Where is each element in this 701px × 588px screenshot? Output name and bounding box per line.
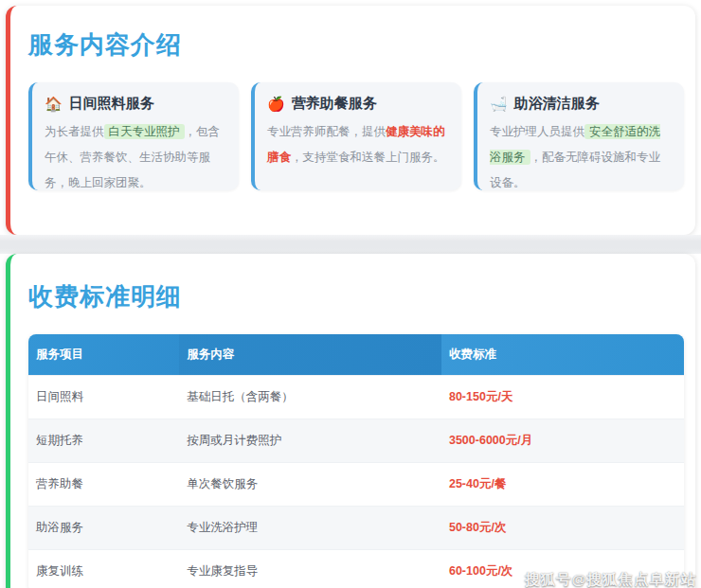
service-card-description: 专业营养师配餐，提供健康美味的膳食，支持堂食和送餐上门服务。: [267, 119, 449, 170]
page: 服务内容介绍 🏠 日间照料服务 为长者提供白天专业照护，包含午休、营养餐饮、生活…: [0, 6, 701, 588]
section-divider: [0, 235, 701, 254]
service-name-cell: 康复训练: [28, 550, 179, 588]
price-cell: 25-40元/餐: [441, 463, 684, 507]
service-card-meals: 🍎 营养助餐服务 专业营养师配餐，提供健康美味的膳食，支持堂食和送餐上门服务。: [251, 82, 461, 190]
text-after-highlight: ，支持堂食和送餐上门服务。: [291, 151, 445, 164]
text-before-highlight: 为长者提供: [45, 125, 104, 138]
service-name-cell: 助浴服务: [28, 507, 179, 550]
house-icon: 🏠: [45, 97, 63, 111]
service-content-cell: 基础日托（含两餐）: [179, 376, 441, 419]
service-card-title: 助浴清洁服务: [514, 95, 600, 113]
price-cell: 3500-6000元/月: [441, 419, 684, 463]
service-name-cell: 日间照料: [28, 376, 179, 419]
header-row: 服务项目 服务内容 收费标准: [28, 334, 684, 376]
apple-icon: 🍎: [267, 97, 285, 111]
table-row: 短期托养 按周或月计费照护 3500-6000元/月: [28, 419, 684, 463]
column-header-content: 服务内容: [179, 334, 441, 376]
pricing-table-body: 日间照料 基础日托（含两餐） 80-150元/天 短期托养 按周或月计费照护 3…: [28, 376, 684, 588]
service-card-header: 🛁 助浴清洁服务: [490, 95, 672, 113]
service-card-title: 营养助餐服务: [292, 95, 377, 113]
service-content-cell: 专业洗浴护理: [179, 507, 441, 550]
column-header-service: 服务项目: [28, 334, 179, 376]
highlighted-phrase: 白天专业照护: [104, 124, 185, 139]
table-row: 助浴服务 专业洗浴护理 50-80元/次: [28, 507, 684, 550]
service-name-cell: 短期托养: [28, 419, 179, 463]
pricing-section-title: 收费标准明细: [28, 280, 684, 313]
pricing-table-wrapper: 服务项目 服务内容 收费标准 日间照料 基础日托（含两餐） 80-150元/天 …: [28, 334, 684, 588]
bath-icon: 🛁: [490, 97, 508, 111]
service-card-description: 为长者提供白天专业照护，包含午休、营养餐饮、生活协助等服务，晚上回家团聚。: [45, 119, 226, 196]
service-content-cell: 单次餐饮服务: [179, 463, 441, 507]
service-card-header: 🏠 日间照料服务: [45, 95, 226, 113]
pricing-table-header: 服务项目 服务内容 收费标准: [28, 334, 684, 376]
services-section-title: 服务内容介绍: [28, 28, 684, 62]
table-row: 营养助餐 单次餐饮服务 25-40元/餐: [28, 463, 684, 507]
service-card-header: 🍎 营养助餐服务: [267, 95, 449, 113]
service-card-bathing: 🛁 助浴清洁服务 专业护理人员提供安全舒适的洗浴服务，配备无障碍设施和专业设备。: [474, 82, 684, 190]
service-name-cell: 营养助餐: [28, 463, 179, 507]
service-card-daycare: 🏠 日间照料服务 为长者提供白天专业照护，包含午休、营养餐饮、生活协助等服务，晚…: [28, 82, 239, 190]
pricing-table: 服务项目 服务内容 收费标准 日间照料 基础日托（含两餐） 80-150元/天 …: [28, 334, 684, 588]
service-cards-row: 🏠 日间照料服务 为长者提供白天专业照护，包含午休、营养餐饮、生活协助等服务，晚…: [28, 82, 684, 190]
table-row: 日间照料 基础日托（含两餐） 80-150元/天: [28, 376, 684, 419]
text-before-highlight: 专业护理人员提供: [490, 125, 584, 138]
service-content-cell: 专业康复指导: [179, 550, 441, 588]
service-card-title: 日间照料服务: [69, 95, 154, 113]
column-header-price: 收费标准: [441, 334, 684, 376]
services-section: 服务内容介绍 🏠 日间照料服务 为长者提供白天专业照护，包含午休、营养餐饮、生活…: [6, 6, 695, 235]
pricing-section: 收费标准明细 服务项目 服务内容 收费标准 日间照料 基础日托（含两餐） 80-…: [6, 254, 695, 588]
service-content-cell: 按周或月计费照护: [179, 419, 441, 463]
watermark: 搜狐号@搜狐焦点阜新站: [525, 570, 696, 588]
price-cell: 80-150元/天: [441, 376, 684, 419]
text-before-highlight: 专业营养师配餐，提供: [267, 125, 386, 138]
price-cell: 50-80元/次: [441, 507, 684, 550]
service-card-description: 专业护理人员提供安全舒适的洗浴服务，配备无障碍设施和专业设备。: [490, 119, 672, 196]
